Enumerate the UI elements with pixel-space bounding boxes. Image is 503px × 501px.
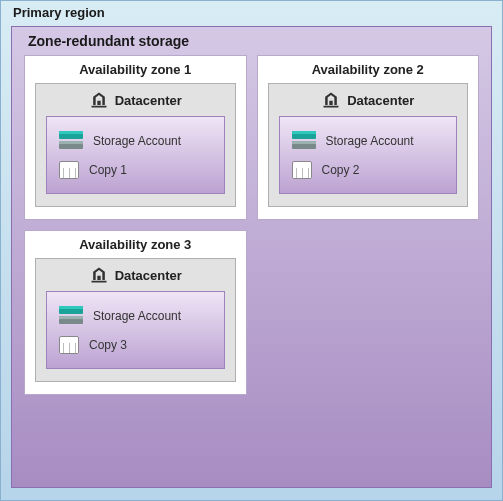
copy-row: Copy 1	[59, 161, 212, 179]
zone-title: Availability zone 1	[35, 62, 236, 77]
datacenter-header: Datacenter	[279, 90, 458, 110]
storage-account-label: Storage Account	[93, 134, 181, 148]
availability-zone-2: Availability zone 2 Datacenter Storage A…	[257, 55, 480, 220]
copy-label: Copy 1	[89, 163, 127, 177]
zones-grid: Availability zone 1 Datacenter Storage A…	[24, 55, 479, 395]
datacenter-box: Datacenter Storage Account Copy 1	[35, 83, 236, 207]
copy-label: Copy 2	[322, 163, 360, 177]
storage-card: Storage Account Copy 3	[46, 291, 225, 369]
primary-region: Primary region Zone-redundant storage Av…	[0, 0, 503, 501]
storage-account-icon	[292, 131, 316, 151]
copy-icon	[292, 161, 312, 179]
datacenter-icon	[89, 265, 109, 285]
datacenter-header: Datacenter	[46, 90, 225, 110]
datacenter-label: Datacenter	[115, 268, 182, 283]
storage-account-label: Storage Account	[326, 134, 414, 148]
datacenter-icon	[321, 90, 341, 110]
copy-label: Copy 3	[89, 338, 127, 352]
copy-icon	[59, 161, 79, 179]
datacenter-icon	[89, 90, 109, 110]
availability-zone-1: Availability zone 1 Datacenter Storage A…	[24, 55, 247, 220]
storage-account-label: Storage Account	[93, 309, 181, 323]
copy-icon	[59, 336, 79, 354]
zone-title: Availability zone 2	[268, 62, 469, 77]
datacenter-box: Datacenter Storage Account Copy 3	[35, 258, 236, 382]
primary-region-title: Primary region	[11, 5, 492, 20]
storage-account-icon	[59, 131, 83, 151]
copy-row: Copy 3	[59, 336, 212, 354]
storage-account-row: Storage Account	[59, 131, 212, 151]
storage-card: Storage Account Copy 1	[46, 116, 225, 194]
storage-account-row: Storage Account	[59, 306, 212, 326]
availability-zone-3: Availability zone 3 Datacenter Storage A…	[24, 230, 247, 395]
zone-redundant-storage-box: Zone-redundant storage Availability zone…	[11, 26, 492, 488]
datacenter-box: Datacenter Storage Account Copy 2	[268, 83, 469, 207]
storage-card: Storage Account Copy 2	[279, 116, 458, 194]
datacenter-header: Datacenter	[46, 265, 225, 285]
datacenter-label: Datacenter	[115, 93, 182, 108]
datacenter-label: Datacenter	[347, 93, 414, 108]
storage-account-row: Storage Account	[292, 131, 445, 151]
zrs-title: Zone-redundant storage	[24, 33, 479, 49]
storage-account-icon	[59, 306, 83, 326]
zone-title: Availability zone 3	[35, 237, 236, 252]
copy-row: Copy 2	[292, 161, 445, 179]
